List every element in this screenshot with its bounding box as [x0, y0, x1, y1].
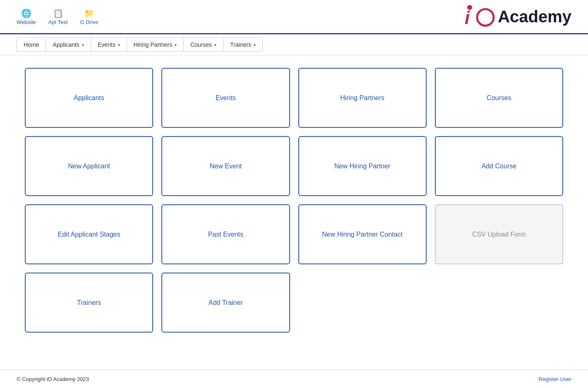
- g-drive-label: G Drive: [80, 19, 98, 25]
- nav-hiring-partners-label: Hiring Partners: [134, 41, 172, 48]
- card-applicants-label: Applicants: [74, 94, 104, 102]
- website-icon: 🌐: [21, 8, 31, 18]
- card-row-4: Trainers Add Trainer: [25, 273, 563, 333]
- footer: © Copyright iO Academy 2023 Register Use…: [0, 370, 588, 388]
- g-drive-icon: 📁: [84, 8, 94, 18]
- card-row-1: Applicants Events Hiring Partners Course…: [25, 68, 563, 128]
- card-add-course[interactable]: Add Course: [435, 136, 563, 196]
- copyright-text: © Copyright iO Academy 2023: [17, 376, 89, 382]
- top-bar: 🌐 Website 📋 Apt Test 📁 G Drive i Academy: [0, 0, 588, 34]
- logo-icon: i: [464, 4, 497, 29]
- nav-home-label: Home: [24, 41, 39, 48]
- card-hiring-partners[interactable]: Hiring Partners: [298, 68, 427, 128]
- applicants-chevron-icon: ▾: [82, 43, 84, 47]
- events-chevron-icon: ▾: [118, 43, 120, 47]
- courses-chevron-icon: ▾: [214, 43, 216, 47]
- card-new-event-label: New Event: [210, 163, 242, 170]
- card-add-course-label: Add Course: [482, 163, 517, 170]
- nav-events-label: Events: [98, 41, 115, 48]
- card-edit-applicant-stages-label: Edit Applicant Stages: [58, 231, 120, 238]
- nav-courses-label: Courses: [190, 41, 212, 48]
- card-row-3: Edit Applicant Stages Past Events New Hi…: [25, 204, 563, 264]
- card-hiring-partners-label: Hiring Partners: [340, 94, 384, 102]
- card-new-hiring-partner-contact[interactable]: New Hiring Partner Contact: [298, 204, 427, 264]
- card-new-applicant[interactable]: New Applicant: [25, 136, 153, 196]
- card-csv-upload-form: CSV Upload Form: [435, 204, 563, 264]
- card-csv-upload-form-label: CSV Upload Form: [472, 231, 526, 238]
- navbar: Home Applicants ▾ Events ▾ Hiring Partne…: [0, 34, 588, 55]
- nav-events[interactable]: Events ▾: [91, 38, 127, 52]
- card-trainers-label: Trainers: [77, 299, 101, 307]
- card-past-events-label: Past Events: [208, 231, 243, 238]
- register-user-link[interactable]: Register User: [539, 376, 571, 382]
- card-new-hiring-partner[interactable]: New Hiring Partner: [298, 136, 427, 196]
- nav-trainers[interactable]: Trainers ▾: [223, 38, 263, 52]
- card-events-label: Events: [216, 94, 236, 102]
- svg-point-2: [467, 5, 472, 10]
- logo: i Academy: [464, 4, 571, 29]
- card-add-trainer[interactable]: Add Trainer: [161, 273, 290, 333]
- nav-applicants[interactable]: Applicants ▾: [46, 38, 91, 52]
- svg-point-1: [477, 9, 494, 26]
- card-new-event[interactable]: New Event: [161, 136, 290, 196]
- g-drive-link[interactable]: 📁 G Drive: [80, 8, 98, 25]
- card-courses-label: Courses: [487, 94, 511, 102]
- top-links: 🌐 Website 📋 Apt Test 📁 G Drive: [17, 8, 98, 25]
- nav-applicants-label: Applicants: [53, 41, 79, 48]
- svg-text:i: i: [465, 7, 470, 28]
- card-add-trainer-label: Add Trainer: [209, 299, 243, 307]
- website-link[interactable]: 🌐 Website: [17, 8, 36, 25]
- apt-test-label: Apt Test: [48, 19, 68, 25]
- card-events[interactable]: Events: [161, 68, 290, 128]
- card-trainers[interactable]: Trainers: [25, 273, 153, 333]
- card-new-hiring-partner-label: New Hiring Partner: [334, 163, 390, 170]
- website-label: Website: [17, 19, 36, 25]
- nav-trainers-label: Trainers: [230, 41, 251, 48]
- card-new-hiring-partner-contact-label: New Hiring Partner Contact: [322, 231, 403, 238]
- apt-test-link[interactable]: 📋 Apt Test: [48, 8, 68, 25]
- nav-hiring-partners[interactable]: Hiring Partners ▾: [127, 38, 183, 52]
- logo-text: Academy: [498, 7, 571, 26]
- card-row-2: New Applicant New Event New Hiring Partn…: [25, 136, 563, 196]
- nav-courses[interactable]: Courses ▾: [183, 38, 223, 52]
- apt-test-icon: 📋: [53, 8, 63, 18]
- trainers-chevron-icon: ▾: [254, 43, 256, 47]
- hiring-partners-chevron-icon: ▾: [175, 43, 177, 47]
- nav-home[interactable]: Home: [17, 38, 46, 52]
- card-applicants[interactable]: Applicants: [25, 68, 153, 128]
- card-new-applicant-label: New Applicant: [68, 163, 110, 170]
- card-past-events[interactable]: Past Events: [161, 204, 290, 264]
- main-content: Applicants Events Hiring Partners Course…: [0, 55, 588, 370]
- card-edit-applicant-stages[interactable]: Edit Applicant Stages: [25, 204, 153, 264]
- card-courses[interactable]: Courses: [435, 68, 563, 128]
